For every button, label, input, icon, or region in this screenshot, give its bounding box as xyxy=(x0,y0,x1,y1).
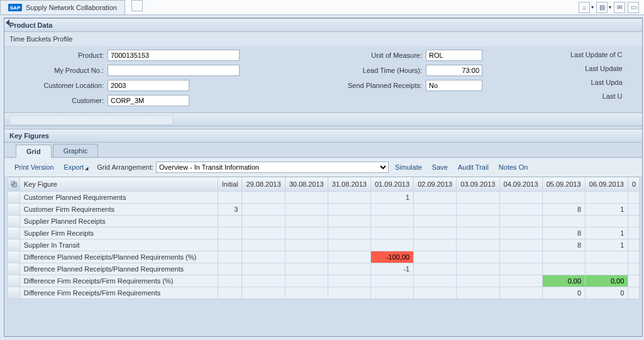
home-icon[interactable]: ⌂ xyxy=(579,2,590,13)
cell-value[interactable]: 1 xyxy=(371,192,414,203)
cell-value[interactable] xyxy=(628,204,640,215)
cell-value[interactable] xyxy=(500,228,543,239)
cell-value[interactable] xyxy=(414,239,457,251)
col-date[interactable]: 31.08.2013 xyxy=(328,177,371,191)
cell-value[interactable] xyxy=(628,216,640,227)
col-date[interactable]: 01.09.2013 xyxy=(371,177,414,191)
feed-icon[interactable]: ▤ xyxy=(596,2,608,13)
cell-value[interactable] xyxy=(414,251,457,263)
cell-value[interactable] xyxy=(457,216,499,227)
cell-value[interactable] xyxy=(414,287,457,299)
cell-value[interactable] xyxy=(286,275,328,287)
cell-initial[interactable] xyxy=(218,216,242,227)
cell-value[interactable] xyxy=(414,275,457,287)
window-tab-active[interactable]: SAP Supply Network Collaboration xyxy=(0,0,125,14)
cell-initial[interactable] xyxy=(218,263,242,275)
cell-value[interactable] xyxy=(286,192,328,203)
cell-value[interactable] xyxy=(371,287,414,299)
cell-value[interactable] xyxy=(628,239,640,251)
cell-value[interactable] xyxy=(371,275,414,287)
col-date[interactable]: 03.09.2013 xyxy=(457,177,499,191)
row-selector[interactable] xyxy=(8,287,20,299)
cell-value[interactable] xyxy=(328,263,371,275)
cell-value[interactable] xyxy=(328,287,371,299)
cell-initial[interactable] xyxy=(218,239,242,251)
cell-value[interactable]: -1 xyxy=(371,263,414,275)
cell-initial[interactable] xyxy=(218,251,242,263)
cell-value[interactable] xyxy=(543,192,586,203)
input-send-planned[interactable] xyxy=(426,80,482,91)
cell-value[interactable] xyxy=(586,216,628,227)
cell-value[interactable] xyxy=(328,216,371,227)
cell-value[interactable] xyxy=(457,287,499,299)
cell-value[interactable] xyxy=(543,216,586,227)
col-key-figure[interactable]: Key Figure xyxy=(20,177,218,191)
cell-value[interactable] xyxy=(242,287,285,299)
row-selector[interactable] xyxy=(8,204,20,215)
cell-value[interactable] xyxy=(328,192,371,203)
cell-value[interactable] xyxy=(371,216,414,227)
save-button[interactable]: Save xyxy=(428,162,452,172)
cell-value[interactable] xyxy=(414,204,457,215)
new-tab-button[interactable] xyxy=(131,0,143,11)
col-date[interactable]: 04.09.2013 xyxy=(500,177,543,191)
cell-value[interactable] xyxy=(286,228,328,239)
cell-value[interactable] xyxy=(500,192,543,203)
cell-value[interactable]: -100,00 xyxy=(371,251,414,263)
cell-value[interactable] xyxy=(500,263,543,275)
page-icon[interactable]: ▭ xyxy=(628,2,639,13)
input-lead-time[interactable] xyxy=(426,65,482,76)
cell-value[interactable] xyxy=(286,216,328,227)
row-selector[interactable] xyxy=(8,192,20,203)
input-customer-location[interactable] xyxy=(108,80,189,91)
export-button[interactable]: Export xyxy=(60,162,92,172)
cell-value[interactable] xyxy=(286,204,328,215)
cell-initial[interactable] xyxy=(218,228,242,239)
cell-value[interactable] xyxy=(242,275,285,287)
cell-value[interactable] xyxy=(500,251,543,263)
cell-initial[interactable] xyxy=(218,287,242,299)
cell-value[interactable] xyxy=(628,263,640,275)
cell-value[interactable] xyxy=(328,275,371,287)
row-selector[interactable] xyxy=(8,263,20,275)
row-selector[interactable] xyxy=(8,251,20,263)
input-my-product-no[interactable] xyxy=(108,65,240,76)
cell-value[interactable] xyxy=(242,204,285,215)
simulate-button[interactable]: Simulate xyxy=(391,162,426,172)
cell-value[interactable] xyxy=(414,263,457,275)
input-uom[interactable] xyxy=(426,50,482,61)
cell-value[interactable]: 8 xyxy=(543,204,586,215)
cell-value[interactable] xyxy=(371,239,414,251)
feed-dropdown-icon[interactable]: ▾ xyxy=(609,4,611,10)
cell-value[interactable] xyxy=(500,275,543,287)
cell-value[interactable]: 1 xyxy=(586,204,628,215)
cell-value[interactable]: 0 xyxy=(543,287,586,299)
cell-value[interactable] xyxy=(586,251,628,263)
cell-value[interactable]: 8 xyxy=(543,228,586,239)
cell-value[interactable] xyxy=(628,228,640,239)
row-selector[interactable] xyxy=(8,228,20,239)
cell-value[interactable] xyxy=(328,239,371,251)
cell-value[interactable] xyxy=(500,287,543,299)
mail-icon[interactable]: ✉ xyxy=(614,2,625,13)
cell-value[interactable]: 0,00 xyxy=(543,275,586,287)
cell-value[interactable] xyxy=(500,216,543,227)
cell-value[interactable] xyxy=(286,251,328,263)
cell-value[interactable]: 0 xyxy=(586,287,628,299)
col-date[interactable]: 06.09.2013 xyxy=(586,177,628,191)
cell-value[interactable] xyxy=(242,239,285,251)
grid-arrangement-select[interactable]: Overview - In Transit Information xyxy=(156,162,389,173)
cell-initial[interactable]: 3 xyxy=(218,204,242,215)
col-date[interactable]: 05.09.2013 xyxy=(543,177,586,191)
cell-value[interactable] xyxy=(457,239,499,251)
cell-initial[interactable] xyxy=(218,275,242,287)
cell-value[interactable] xyxy=(543,263,586,275)
row-selector[interactable] xyxy=(8,216,20,227)
home-dropdown-icon[interactable]: ▾ xyxy=(591,4,594,10)
cell-value[interactable] xyxy=(242,192,285,203)
cell-value[interactable] xyxy=(457,275,499,287)
cell-value[interactable]: 1 xyxy=(586,228,628,239)
row-selector[interactable] xyxy=(8,275,20,287)
cell-value[interactable] xyxy=(328,228,371,239)
tab-grid[interactable]: Grid xyxy=(16,145,52,158)
